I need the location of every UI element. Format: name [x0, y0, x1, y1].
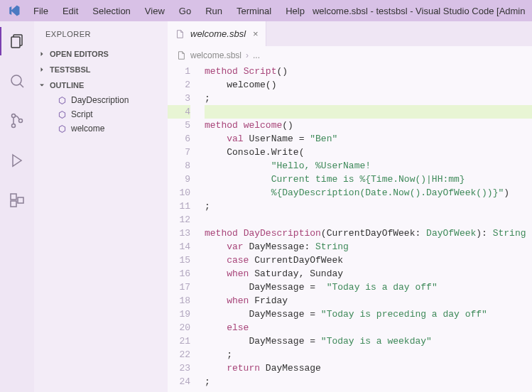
section-project[interactable]: TESTSBSL: [34, 62, 168, 77]
outline-label: DayDescription: [71, 95, 129, 105]
outline-item[interactable]: DayDescription: [44, 93, 168, 107]
chevron-down-icon: [37, 80, 47, 90]
section-label: OPEN EDITORS: [50, 50, 109, 58]
section-label: TESTSBSL: [50, 65, 90, 74]
outline-item[interactable]: welcome: [44, 121, 168, 136]
section-open-editors[interactable]: OPEN EDITORS: [34, 46, 168, 62]
tab-welcome-sbsl[interactable]: welcome.sbsl ×: [168, 21, 266, 46]
sidebar: EXPLORER OPEN EDITORS TESTSBSL OUTLINE D…: [34, 21, 168, 392]
activity-bar: [0, 21, 34, 392]
menu-go[interactable]: Go: [173, 3, 197, 19]
breadcrumb-file: welcome.sbsl: [190, 50, 241, 60]
section-outline[interactable]: OUTLINE: [34, 77, 168, 93]
file-icon: [176, 50, 186, 60]
svg-point-4: [12, 114, 16, 118]
outline-label: Script: [71, 109, 93, 119]
menu-help[interactable]: Help: [279, 3, 311, 19]
vscode-logo-icon: [7, 4, 21, 18]
close-icon[interactable]: ×: [253, 28, 259, 39]
section-label: OUTLINE: [50, 81, 84, 89]
activity-extensions-icon[interactable]: [0, 186, 34, 214]
menu-run[interactable]: Run: [199, 3, 229, 19]
code-content[interactable]: method Script() welcome(); method welcom…: [205, 65, 532, 392]
explorer-title: EXPLORER: [34, 21, 168, 46]
line-number-gutter: 123456789101112131415161718192021222324: [168, 65, 205, 392]
activity-explorer-icon[interactable]: [0, 27, 34, 55]
svg-rect-10: [18, 197, 23, 203]
breadcrumbs[interactable]: welcome.sbsl › ...: [168, 46, 532, 65]
menu-view[interactable]: View: [139, 3, 171, 19]
code-editor[interactable]: 123456789101112131415161718192021222324 …: [168, 65, 532, 392]
method-icon: [57, 124, 67, 134]
svg-rect-1: [11, 37, 20, 48]
method-icon: [57, 109, 67, 119]
breadcrumb-rest: ...: [253, 50, 260, 60]
chevron-right-icon: [37, 65, 47, 75]
menubar: File Edit Selection View Go Run Terminal…: [0, 0, 532, 21]
menu-terminal[interactable]: Terminal: [230, 3, 278, 19]
svg-point-6: [19, 119, 23, 123]
tab-bar: welcome.sbsl ×: [168, 21, 532, 46]
svg-point-2: [11, 75, 21, 85]
svg-point-5: [12, 124, 16, 128]
window-title: welcome.sbsl - testsbsl - Visual Studio …: [313, 6, 526, 16]
tab-label: welcome.sbsl: [190, 28, 246, 39]
svg-marker-7: [13, 155, 21, 166]
editor: welcome.sbsl × welcome.sbsl › ... 123456…: [168, 21, 532, 392]
activity-search-icon[interactable]: [0, 67, 34, 95]
menu-file[interactable]: File: [27, 3, 55, 19]
activity-run-debug-icon[interactable]: [0, 146, 34, 175]
menu-edit[interactable]: Edit: [56, 3, 85, 19]
menu-selection[interactable]: Selection: [86, 3, 136, 19]
outline-label: welcome: [71, 124, 104, 134]
svg-rect-9: [11, 201, 16, 207]
chevron-right-icon: [37, 49, 47, 59]
file-icon: [175, 29, 186, 39]
chevron-right-icon: ›: [246, 50, 249, 60]
svg-rect-8: [11, 194, 16, 200]
activity-source-control-icon[interactable]: [0, 107, 34, 135]
svg-line-3: [20, 84, 23, 87]
method-icon: [57, 95, 67, 105]
outline-item[interactable]: Script: [44, 107, 168, 121]
